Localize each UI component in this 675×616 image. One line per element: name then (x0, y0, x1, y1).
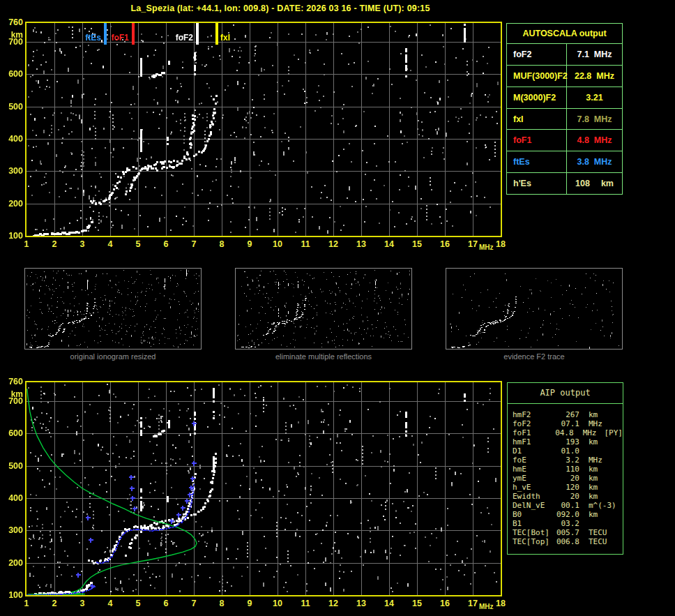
autoscala-param-name: foF1 (507, 130, 567, 151)
thumbnail-label-original: original ionogram resized (24, 352, 202, 361)
autoscala-output-table: AUTOSCALA output foF27.1MHzMUF(3000)F222… (506, 23, 623, 195)
autoscala-param-name: M(3000)F2 (507, 87, 567, 108)
autoscala-row-ftEs: ftEs3.8MHz (507, 151, 622, 173)
x-tick-12: 12 (324, 239, 342, 249)
aip-row-h_vE: h_vE120km (513, 483, 623, 492)
thumbnail-eliminate-multiple-reflections (235, 268, 412, 350)
y-tick-300: 300 (2, 166, 23, 176)
x-axis-unit-mhz: MHz (479, 243, 494, 251)
autoscala-row-foF2: foF27.1MHz (507, 44, 622, 66)
y-tick-760: 760 (2, 377, 23, 386)
x-tick-16: 16 (436, 599, 454, 608)
x-tick-1: 1 (17, 599, 36, 608)
aip-row-B1: B103.2 (513, 519, 623, 528)
x-tick-5: 5 (129, 239, 147, 249)
x-tick-4: 4 (101, 239, 119, 249)
autoscala-table-header: AUTOSCALA output (507, 24, 622, 44)
station-date-time-title: La_Spezia (lat: +44.1, lon: 009.8) - DAT… (25, 3, 536, 13)
x-tick-11: 11 (296, 239, 314, 249)
y-tick-200: 200 (2, 558, 23, 568)
autoscala-param-value: 3.8MHz (567, 151, 622, 172)
autoscala-param-name: foF2 (507, 44, 567, 65)
x-tick-7: 7 (185, 239, 203, 249)
y-tick-200: 200 (2, 199, 23, 209)
aip-row-Ewidth: Ewidth20km (513, 492, 623, 501)
x-tick-14: 14 (380, 599, 398, 608)
aip-row-TEC[Bot]: TEC[Bot]005.7TECU (513, 528, 623, 537)
x-tick-3: 3 (73, 239, 91, 249)
autoscala-param-value: 108km (567, 173, 622, 194)
x-tick-8: 8 (213, 239, 231, 249)
x-tick-5: 5 (129, 599, 147, 608)
x-tick-4: 4 (101, 599, 119, 608)
autoscala-param-value: 4.8MHz (567, 130, 622, 151)
x-axis-unit-mhz: MHz (479, 603, 494, 610)
x-tick-18: 18 (492, 599, 510, 608)
autoscala-param-value: 3.21 (567, 87, 622, 108)
autoscala-table-rows: foF27.1MHzMUF(3000)F222.8MHzM(3000)F23.2… (507, 44, 622, 194)
thumbnail-label-evidence: evidence F2 trace (446, 352, 623, 361)
autoscala-param-name: MUF(3000)F2 (507, 66, 567, 87)
x-tick-11: 11 (296, 599, 314, 608)
x-tick-9: 9 (241, 599, 259, 608)
x-tick-10: 10 (268, 599, 287, 608)
aip-output-table: AIP output hmF2267kmfoF207.1MHzfoF104.8M… (507, 382, 623, 555)
thumbnail-evidence-f2-trace (446, 268, 623, 350)
y-tick-500: 500 (2, 461, 23, 471)
y-tick-300: 300 (2, 525, 23, 535)
y-tick-400: 400 (2, 134, 23, 144)
aip-row-ymE: ymE20km (513, 474, 623, 483)
y-tick-500: 500 (2, 102, 23, 112)
aip-row-D1: D101.0 (513, 446, 623, 456)
autoscala-row-MUF(3000)F2: MUF(3000)F222.8MHz (507, 66, 622, 87)
marker-label-foF1: foF1 (112, 33, 129, 43)
autoscala-param-value: 7.1MHz (567, 44, 622, 65)
autoscala-row-fxI: fxI7.8MHz (507, 109, 622, 130)
x-tick-10: 10 (268, 239, 287, 249)
aip-row-foE: foE3.2MHz (513, 456, 623, 465)
marker-label-ftEs: ftEs (85, 33, 101, 43)
autoscala-row-h'Es: h'Es108km (507, 173, 622, 194)
y-axis-unit-km: km (5, 30, 23, 40)
x-tick-18: 18 (492, 239, 510, 249)
marker-label-fxI: fxI (220, 33, 230, 43)
x-tick-9: 9 (241, 239, 259, 249)
y-tick-400: 400 (2, 493, 23, 503)
x-tick-12: 12 (324, 599, 342, 608)
autoscala-param-value: 7.8MHz (567, 109, 622, 130)
autoscala-param-value: 22.8MHz (567, 66, 622, 87)
marker-label-foF2: foF2 (176, 33, 193, 43)
x-tick-16: 16 (436, 239, 454, 249)
aip-table-header: AIP output (508, 383, 623, 404)
x-tick-14: 14 (380, 239, 398, 249)
aip-row-hmF1: hmF1193km (513, 437, 623, 446)
autoscala-row-M(3000)F2: M(3000)F23.21 (507, 87, 622, 109)
thumbnail-label-eliminate: eliminate multiple reflections (235, 352, 412, 361)
aip-row-TEC[Top]: TEC[Top]006.8TECU (513, 537, 623, 546)
thumbnail-original-ionogram (24, 268, 202, 350)
y-axis-unit-km: km (5, 389, 23, 399)
ionogram-with-profile-plot (25, 381, 502, 596)
aip-row-hmE: hmE110km (513, 465, 623, 474)
x-tick-13: 13 (352, 599, 370, 608)
x-tick-6: 6 (157, 599, 175, 608)
x-tick-13: 13 (352, 239, 370, 249)
aip-row-hmF2: hmF2267km (513, 410, 623, 419)
x-tick-6: 6 (157, 239, 175, 249)
x-tick-2: 2 (45, 599, 63, 608)
aip-row-foF2: foF207.1MHz (513, 419, 623, 428)
y-tick-600: 600 (2, 428, 23, 438)
aip-row-foF1: foF104.8MHz[PY] (513, 428, 623, 437)
x-tick-1: 1 (17, 239, 36, 249)
aip-table-rows: hmF2267kmfoF207.1MHzfoF104.8MHz[PY]hmF11… (508, 404, 623, 546)
scaled-ionogram-plot (25, 22, 502, 237)
x-tick-8: 8 (213, 599, 231, 608)
x-tick-15: 15 (408, 599, 426, 608)
autoscala-param-name: h'Es (507, 173, 567, 194)
aip-row-DelN_vE: DelN_vE00.1m^(-3) (513, 501, 623, 510)
x-tick-3: 3 (73, 599, 91, 608)
autoscala-param-name: fxI (507, 109, 567, 130)
autoscala-param-name: ftEs (507, 151, 567, 172)
autoscala-row-foF1: foF14.8MHz (507, 130, 622, 151)
y-tick-600: 600 (2, 69, 23, 79)
